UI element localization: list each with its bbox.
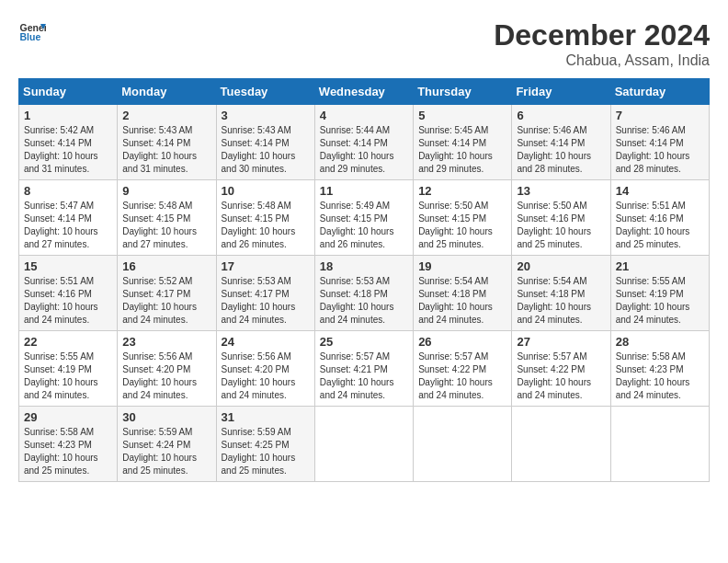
day-number: 22	[24, 335, 112, 349]
calendar-cell: 16 Sunrise: 5:52 AM Sunset: 4:17 PM Dayl…	[118, 256, 216, 331]
day-number: 5	[418, 109, 506, 122]
column-header-saturday: Saturday	[610, 79, 709, 105]
calendar-cell	[610, 407, 709, 482]
svg-text:Blue: Blue	[20, 31, 41, 42]
logo-icon: General Blue	[18, 18, 46, 46]
day-number: 3	[222, 109, 310, 122]
calendar-cell: 25 Sunrise: 5:57 AM Sunset: 4:21 PM Dayl…	[314, 331, 413, 407]
calendar-cell	[314, 407, 413, 482]
calendar-cell: 27 Sunrise: 5:57 AM Sunset: 4:22 PM Dayl…	[512, 331, 610, 407]
day-number: 31	[222, 410, 310, 424]
calendar-cell: 31 Sunrise: 5:59 AM Sunset: 4:25 PM Dayl…	[216, 407, 314, 482]
calendar-cell: 19 Sunrise: 5:54 AM Sunset: 4:18 PM Dayl…	[414, 256, 512, 331]
day-info: Sunrise: 5:48 AM Sunset: 4:15 PM Dayligh…	[222, 200, 310, 251]
day-info: Sunrise: 5:55 AM Sunset: 4:19 PM Dayligh…	[24, 350, 112, 402]
day-info: Sunrise: 5:53 AM Sunset: 4:18 PM Dayligh…	[320, 275, 408, 327]
column-header-tuesday: Tuesday	[216, 79, 314, 105]
calendar-week-3: 15 Sunrise: 5:51 AM Sunset: 4:16 PM Dayl…	[19, 256, 710, 331]
day-info: Sunrise: 5:51 AM Sunset: 4:16 PM Dayligh…	[616, 200, 704, 251]
day-number: 20	[517, 259, 605, 273]
day-info: Sunrise: 5:51 AM Sunset: 4:16 PM Dayligh…	[24, 275, 112, 327]
day-info: Sunrise: 5:43 AM Sunset: 4:14 PM Dayligh…	[122, 124, 210, 176]
day-number: 8	[24, 184, 112, 198]
header-area: General Blue December 2024 Chabua, Assam…	[18, 18, 710, 69]
column-header-monday: Monday	[118, 79, 216, 105]
day-info: Sunrise: 5:55 AM Sunset: 4:19 PM Dayligh…	[616, 275, 704, 327]
calendar-cell: 21 Sunrise: 5:55 AM Sunset: 4:19 PM Dayl…	[610, 256, 709, 331]
column-header-friday: Friday	[512, 79, 610, 105]
calendar-cell: 3 Sunrise: 5:43 AM Sunset: 4:14 PM Dayli…	[216, 105, 314, 180]
calendar-cell	[414, 407, 512, 482]
calendar-cell: 28 Sunrise: 5:58 AM Sunset: 4:23 PM Dayl…	[610, 331, 709, 407]
day-info: Sunrise: 5:54 AM Sunset: 4:18 PM Dayligh…	[517, 275, 605, 327]
calendar-cell: 18 Sunrise: 5:53 AM Sunset: 4:18 PM Dayl…	[314, 256, 413, 331]
calendar-cell: 1 Sunrise: 5:42 AM Sunset: 4:14 PM Dayli…	[19, 105, 118, 180]
calendar-cell: 30 Sunrise: 5:59 AM Sunset: 4:24 PM Dayl…	[118, 407, 216, 482]
day-info: Sunrise: 5:44 AM Sunset: 4:14 PM Dayligh…	[320, 124, 408, 176]
calendar-cell: 4 Sunrise: 5:44 AM Sunset: 4:14 PM Dayli…	[314, 105, 413, 180]
day-number: 12	[418, 184, 506, 198]
day-info: Sunrise: 5:57 AM Sunset: 4:22 PM Dayligh…	[517, 350, 605, 402]
logo: General Blue	[18, 18, 46, 46]
calendar-cell: 14 Sunrise: 5:51 AM Sunset: 4:16 PM Dayl…	[610, 180, 709, 256]
calendar-cell: 29 Sunrise: 5:58 AM Sunset: 4:23 PM Dayl…	[19, 407, 118, 482]
calendar-cell: 7 Sunrise: 5:46 AM Sunset: 4:14 PM Dayli…	[610, 105, 709, 180]
day-number: 25	[320, 335, 408, 349]
calendar-cell: 13 Sunrise: 5:50 AM Sunset: 4:16 PM Dayl…	[512, 180, 610, 256]
day-info: Sunrise: 5:58 AM Sunset: 4:23 PM Dayligh…	[24, 426, 112, 477]
calendar-cell: 22 Sunrise: 5:55 AM Sunset: 4:19 PM Dayl…	[19, 331, 118, 407]
calendar-cell: 6 Sunrise: 5:46 AM Sunset: 4:14 PM Dayli…	[512, 105, 610, 180]
title-area: December 2024 Chabua, Assam, India	[494, 18, 710, 69]
calendar-week-1: 1 Sunrise: 5:42 AM Sunset: 4:14 PM Dayli…	[19, 105, 710, 180]
day-info: Sunrise: 5:47 AM Sunset: 4:14 PM Dayligh…	[24, 200, 112, 251]
day-info: Sunrise: 5:46 AM Sunset: 4:14 PM Dayligh…	[517, 124, 605, 176]
day-info: Sunrise: 5:58 AM Sunset: 4:23 PM Dayligh…	[616, 350, 704, 402]
day-info: Sunrise: 5:48 AM Sunset: 4:15 PM Dayligh…	[122, 200, 210, 251]
day-number: 1	[24, 109, 112, 122]
day-info: Sunrise: 5:49 AM Sunset: 4:15 PM Dayligh…	[320, 200, 408, 251]
day-info: Sunrise: 5:50 AM Sunset: 4:16 PM Dayligh…	[517, 200, 605, 251]
calendar-cell: 20 Sunrise: 5:54 AM Sunset: 4:18 PM Dayl…	[512, 256, 610, 331]
calendar-week-4: 22 Sunrise: 5:55 AM Sunset: 4:19 PM Dayl…	[19, 331, 710, 407]
location-title: Chabua, Assam, India	[494, 52, 710, 69]
day-number: 17	[222, 259, 310, 273]
day-number: 7	[616, 109, 704, 122]
calendar-cell: 23 Sunrise: 5:56 AM Sunset: 4:20 PM Dayl…	[118, 331, 216, 407]
calendar-cell: 24 Sunrise: 5:56 AM Sunset: 4:20 PM Dayl…	[216, 331, 314, 407]
day-number: 28	[616, 335, 704, 349]
column-header-thursday: Thursday	[414, 79, 512, 105]
day-info: Sunrise: 5:52 AM Sunset: 4:17 PM Dayligh…	[122, 275, 210, 327]
calendar-cell: 5 Sunrise: 5:45 AM Sunset: 4:14 PM Dayli…	[414, 105, 512, 180]
day-info: Sunrise: 5:59 AM Sunset: 4:25 PM Dayligh…	[222, 426, 310, 477]
day-number: 13	[517, 184, 605, 198]
day-info: Sunrise: 5:53 AM Sunset: 4:17 PM Dayligh…	[222, 275, 310, 327]
day-info: Sunrise: 5:57 AM Sunset: 4:21 PM Dayligh…	[320, 350, 408, 402]
month-title: December 2024	[494, 18, 710, 52]
day-number: 16	[122, 259, 210, 273]
day-number: 15	[24, 259, 112, 273]
day-number: 14	[616, 184, 704, 198]
calendar-cell: 2 Sunrise: 5:43 AM Sunset: 4:14 PM Dayli…	[118, 105, 216, 180]
day-info: Sunrise: 5:59 AM Sunset: 4:24 PM Dayligh…	[122, 426, 210, 477]
calendar-cell: 8 Sunrise: 5:47 AM Sunset: 4:14 PM Dayli…	[19, 180, 118, 256]
calendar-cell	[512, 407, 610, 482]
day-info: Sunrise: 5:45 AM Sunset: 4:14 PM Dayligh…	[418, 124, 506, 176]
day-number: 19	[418, 259, 506, 273]
day-info: Sunrise: 5:56 AM Sunset: 4:20 PM Dayligh…	[122, 350, 210, 402]
day-number: 18	[320, 259, 408, 273]
calendar-week-2: 8 Sunrise: 5:47 AM Sunset: 4:14 PM Dayli…	[19, 180, 710, 256]
calendar-cell: 9 Sunrise: 5:48 AM Sunset: 4:15 PM Dayli…	[118, 180, 216, 256]
day-number: 29	[24, 410, 112, 424]
calendar-cell: 15 Sunrise: 5:51 AM Sunset: 4:16 PM Dayl…	[19, 256, 118, 331]
calendar-cell: 10 Sunrise: 5:48 AM Sunset: 4:15 PM Dayl…	[216, 180, 314, 256]
day-info: Sunrise: 5:43 AM Sunset: 4:14 PM Dayligh…	[222, 124, 310, 176]
day-info: Sunrise: 5:42 AM Sunset: 4:14 PM Dayligh…	[24, 124, 112, 176]
calendar-cell: 17 Sunrise: 5:53 AM Sunset: 4:17 PM Dayl…	[216, 256, 314, 331]
day-info: Sunrise: 5:54 AM Sunset: 4:18 PM Dayligh…	[418, 275, 506, 327]
calendar-table: SundayMondayTuesdayWednesdayThursdayFrid…	[18, 78, 710, 482]
day-number: 24	[222, 335, 310, 349]
day-number: 10	[222, 184, 310, 198]
day-number: 30	[122, 410, 210, 424]
calendar-header-row: SundayMondayTuesdayWednesdayThursdayFrid…	[19, 79, 710, 105]
calendar-cell: 11 Sunrise: 5:49 AM Sunset: 4:15 PM Dayl…	[314, 180, 413, 256]
